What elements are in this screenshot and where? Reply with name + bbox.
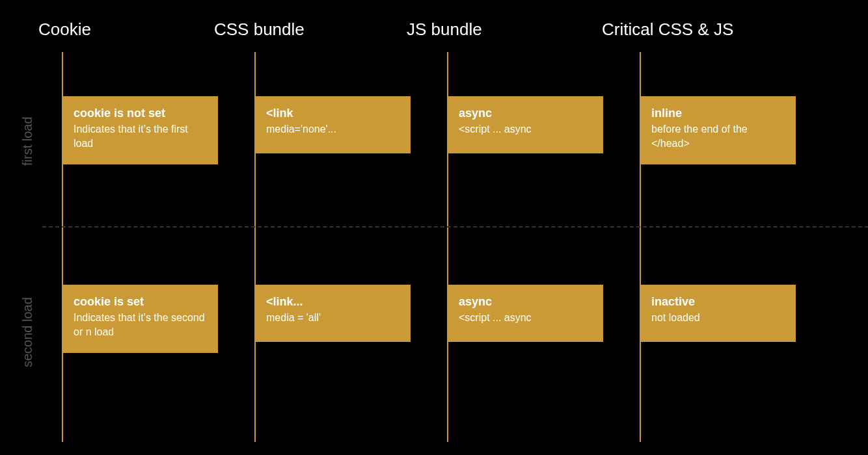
row-label-first-load: first load: [20, 116, 35, 166]
card-title: async: [459, 105, 593, 121]
card-first-cookie: cookie is not set Indicates that it’s th…: [63, 96, 218, 164]
col-header-critical: Critical CSS & JS: [602, 20, 733, 40]
col-header-js-bundle: JS bundle: [407, 20, 482, 40]
card-title: async: [459, 294, 593, 309]
col-header-cookie: Cookie: [38, 20, 91, 40]
card-first-js: async <script ... async: [448, 96, 603, 153]
card-second-js: async <script ... async: [448, 285, 603, 342]
card-desc: <script ... async: [459, 122, 593, 136]
card-title: inactive: [651, 294, 785, 309]
card-first-css: <link media='none'...: [256, 96, 411, 153]
diagram-root: Cookie CSS bundle JS bundle Critical CSS…: [36, 13, 856, 442]
card-title: <link: [266, 105, 400, 121]
card-desc: media = 'all': [266, 311, 400, 325]
row-label-second-load: second load: [20, 297, 35, 367]
card-title: cookie is not set: [74, 105, 208, 121]
card-desc: Indicates that it’s the second or n load: [74, 311, 208, 339]
card-desc: <script ... async: [459, 311, 593, 325]
card-first-critical: inline before the end of the </head>: [641, 96, 796, 164]
card-second-css: <link... media = 'all': [256, 285, 411, 342]
col-header-css-bundle: CSS bundle: [214, 20, 305, 40]
card-second-cookie: cookie is set Indicates that it’s the se…: [63, 285, 218, 353]
card-desc: before the end of the </head>: [651, 122, 785, 150]
card-desc: media='none'...: [266, 122, 400, 136]
card-title: <link...: [266, 294, 400, 309]
card-desc: not loaded: [651, 311, 785, 325]
card-second-critical: inactive not loaded: [641, 285, 796, 342]
row-divider: [42, 226, 868, 228]
card-desc: Indicates that it’s the first load: [74, 122, 208, 150]
card-title: inline: [651, 105, 785, 121]
card-title: cookie is set: [74, 294, 208, 309]
